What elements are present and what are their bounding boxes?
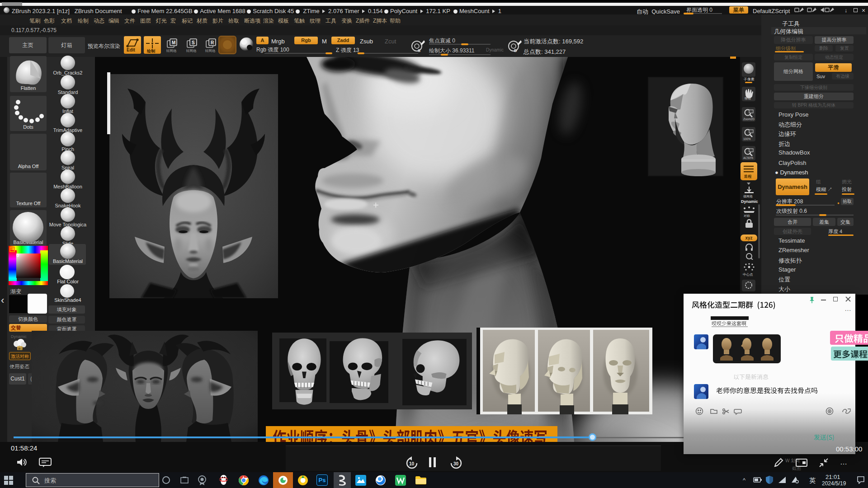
svg-text:造程: 造程 <box>744 174 752 178</box>
svg-text:转网格: 转网格 <box>166 49 177 53</box>
svg-text:10: 10 <box>409 461 415 466</box>
svg-text:D: D <box>514 48 517 53</box>
svg-text:R: R <box>211 40 214 45</box>
svg-text:Edit: Edit <box>127 47 136 52</box>
svg-text:转网格: 转网格 <box>205 49 216 53</box>
svg-text:绘制: 绘制 <box>146 49 155 53</box>
svg-text:对称: 对称 <box>744 214 750 217</box>
svg-text:100%: 100% <box>743 137 751 141</box>
svg-text:30: 30 <box>453 461 459 466</box>
svg-text:激活: 激活 <box>18 347 24 351</box>
svg-text:移动: 移动 <box>745 97 751 100</box>
svg-text:体网格: 体网格 <box>743 195 753 198</box>
svg-text:M: M <box>172 40 175 45</box>
svg-text:S: S <box>418 48 420 53</box>
svg-text:Zoom2D: Zoom2D <box>743 117 755 121</box>
svg-text:AC50%: AC50% <box>743 156 753 160</box>
svg-text:中心点: 中心点 <box>743 272 753 277</box>
svg-text:S: S <box>192 40 195 45</box>
svg-text:转网格: 转网格 <box>186 49 197 53</box>
